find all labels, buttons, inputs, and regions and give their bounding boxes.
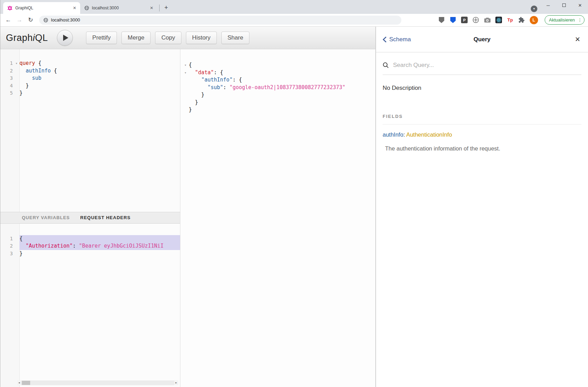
minimize-icon[interactable]: ─ [540, 0, 556, 10]
merge-button[interactable]: Merge [121, 32, 151, 44]
reload-icon[interactable]: ↻ [26, 16, 35, 24]
site-globe-icon [43, 18, 48, 23]
doc-close-icon[interactable]: ✕ [575, 35, 580, 43]
browser-tab-graphiql[interactable]: GraphiQL ✕ [3, 2, 80, 14]
prettify-button[interactable]: Prettify [86, 32, 117, 44]
fold-toggle-icon[interactable]: ▾ [182, 61, 189, 69]
browser-navbar: ← → ↻ localhost:3000 P Tp L Aktualisiere… [0, 14, 588, 26]
new-tab-button[interactable]: + [162, 3, 171, 12]
token: : [73, 243, 79, 249]
refresh-page-button[interactable]: Aktualisieren ⋮ [545, 15, 585, 25]
code-line[interactable]: ▾ "data": { [182, 69, 375, 77]
window-close-icon[interactable]: ✕ [572, 0, 588, 10]
tab-request-headers[interactable]: REQUEST HEADERS [80, 215, 130, 220]
token: } [19, 90, 23, 96]
token [19, 68, 26, 74]
code-text: } [189, 91, 375, 99]
fields-heading: FIELDS [383, 114, 581, 119]
code-text: { [189, 61, 375, 69]
crosshair-icon[interactable] [472, 17, 479, 24]
token: { [35, 60, 41, 66]
react-devtools-icon[interactable] [495, 17, 502, 24]
kebab-menu-icon[interactable]: ⋮ [578, 17, 582, 23]
forward-icon[interactable]: → [15, 17, 24, 24]
chevron-left-icon [383, 36, 387, 43]
result-viewer[interactable]: ▾{▾ "data": { "authInfo": { "sub": "goog… [180, 49, 375, 387]
line-number: 2 [0, 67, 14, 75]
token [189, 84, 207, 91]
line-number: 4 [0, 82, 14, 90]
extensions-row: P Tp L Aktualisieren ⋮ [438, 15, 585, 25]
code-text: } [19, 82, 180, 90]
code-line[interactable]: 1▾query { [0, 60, 180, 67]
scrollbar-track[interactable] [21, 380, 174, 385]
code-line[interactable]: 3 sub [0, 75, 180, 82]
doc-back-label: Schema [389, 36, 411, 43]
code-line[interactable]: "sub": "google-oauth2|108377380082777232… [182, 84, 375, 92]
fold-spacer [14, 242, 19, 250]
code-text: } [189, 106, 375, 114]
fold-toggle-icon[interactable]: ▾ [182, 69, 189, 77]
horizontal-scrollbar[interactable]: ◄ ► [17, 380, 178, 385]
doc-search-input[interactable] [392, 61, 581, 69]
scrollbar-thumb[interactable] [22, 381, 30, 385]
fold-spacer [182, 84, 189, 92]
code-text: } [19, 89, 180, 97]
code-line[interactable]: 3} [0, 250, 180, 258]
field-name-link[interactable]: authInfo [383, 131, 403, 138]
code-line[interactable]: } [182, 99, 375, 106]
scroll-right-icon[interactable]: ► [174, 380, 178, 385]
request-headers-editor[interactable]: ◄ ► 1{2 "Authorization": "Bearer eyJhbGc… [0, 224, 180, 387]
bitwarden-shield-icon[interactable] [450, 17, 457, 24]
code-line[interactable]: } [182, 106, 375, 114]
line-number: 1 [0, 235, 14, 243]
tab-title: GraphiQL [15, 6, 69, 10]
tampermonkey-icon[interactable]: Tp [507, 17, 514, 24]
code-line[interactable]: 1{ [0, 235, 180, 243]
fold-spacer [14, 89, 19, 97]
tab-close-icon[interactable]: ✕ [149, 5, 154, 11]
token [19, 243, 26, 249]
code-line[interactable]: 2 "Authorization": "Bearer eyJhbGciOiJSU… [0, 242, 180, 250]
graphiql-logo: GraphiQL [6, 33, 48, 43]
ublock-shield-icon[interactable] [438, 17, 445, 24]
maximize-icon[interactable] [556, 0, 572, 10]
token: query [19, 60, 35, 66]
refresh-label: Aktualisieren [549, 17, 575, 23]
code-line[interactable]: "authInfo": { [182, 76, 375, 84]
query-editor[interactable]: 1▾query {2 authInfo {3 sub4 }5} [0, 49, 180, 212]
fold-toggle-icon[interactable]: ▾ [14, 60, 19, 67]
tab-query-variables[interactable]: QUERY VARIABLES [22, 215, 70, 220]
type-description: No Description [383, 85, 581, 92]
field-type-link[interactable]: AuthenticationInfo [406, 131, 452, 138]
token: : [223, 84, 229, 91]
execute-query-button[interactable] [57, 30, 73, 46]
profile-avatar[interactable]: L [530, 16, 538, 24]
extensions-puzzle-icon[interactable] [518, 17, 525, 24]
doc-panel-header: Schema Query ✕ [376, 27, 588, 52]
graphiql-topbar: GraphiQL Prettify Merge Copy History Sha… [0, 27, 375, 49]
address-bar[interactable]: localhost:3000 [39, 16, 401, 25]
browser-tab-localhost[interactable]: localhost:3000 ✕ [80, 2, 157, 14]
token: : { [214, 69, 223, 76]
copy-button[interactable]: Copy [155, 32, 181, 44]
token [189, 77, 201, 83]
scroll-left-icon[interactable]: ◄ [17, 380, 21, 385]
token [19, 75, 32, 81]
camera-icon[interactable] [484, 17, 491, 24]
share-button[interactable]: Share [221, 32, 249, 44]
field-colon: : [403, 131, 405, 138]
code-line[interactable]: 5} [0, 89, 180, 97]
tab-close-icon[interactable]: ✕ [72, 5, 77, 11]
code-line[interactable]: 2 authInfo { [0, 67, 180, 75]
chevron-down-icon[interactable]: ▼ [531, 6, 537, 12]
photopea-icon[interactable]: P [461, 17, 468, 24]
code-line[interactable]: 4 } [0, 82, 180, 90]
history-button[interactable]: History [186, 32, 217, 44]
code-line[interactable]: ▾{ [182, 61, 375, 69]
doc-back-link[interactable]: Schema [383, 36, 411, 43]
code-text: authInfo { [19, 67, 180, 75]
code-line[interactable]: } [182, 91, 375, 99]
token: authInfo [26, 68, 51, 74]
back-icon[interactable]: ← [4, 17, 13, 24]
